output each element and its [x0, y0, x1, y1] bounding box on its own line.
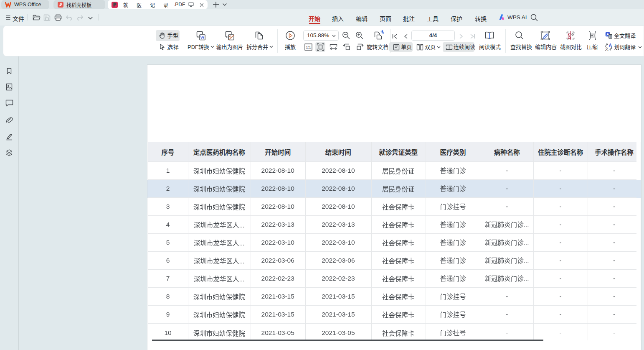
svg-text:P: P: [113, 3, 116, 7]
svg-text:A: A: [609, 43, 612, 48]
svg-text:1:1: 1:1: [306, 45, 311, 49]
svg-text:文: 文: [605, 46, 609, 51]
svg-text:图: 图: [609, 34, 612, 38]
